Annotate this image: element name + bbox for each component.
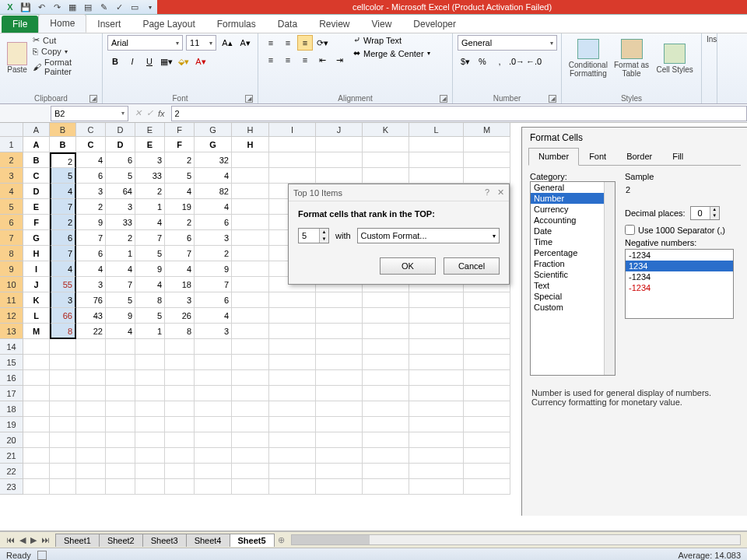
cell[interactable]: 9: [76, 215, 106, 230]
cell[interactable]: 7: [50, 199, 76, 215]
cell[interactable]: [135, 401, 165, 417]
cell[interactable]: [464, 292, 510, 308]
cell[interactable]: [464, 339, 510, 355]
cell[interactable]: [269, 479, 316, 495]
align-top-icon[interactable]: ≡: [263, 35, 279, 51]
cell[interactable]: 7: [106, 277, 135, 292]
row-header[interactable]: 17: [0, 386, 23, 401]
cell[interactable]: 7: [165, 246, 195, 261]
cell[interactable]: [195, 386, 232, 401]
cell[interactable]: [409, 479, 464, 495]
row-header[interactable]: 19: [0, 417, 23, 432]
cell[interactable]: [50, 448, 76, 464]
col-header[interactable]: I: [269, 123, 316, 137]
cell[interactable]: M: [23, 324, 50, 339]
cell[interactable]: [269, 401, 316, 417]
cell[interactable]: [409, 401, 464, 417]
cell[interactable]: [50, 339, 76, 355]
number-format-combo[interactable]: General▾: [458, 35, 557, 51]
cell[interactable]: 2: [165, 215, 195, 230]
cell[interactable]: [409, 432, 464, 448]
row-header[interactable]: 10: [0, 277, 23, 292]
cell[interactable]: [316, 386, 363, 401]
close-icon[interactable]: ✕: [497, 187, 504, 198]
row-header[interactable]: 15: [0, 355, 23, 370]
sep-checkbox[interactable]: [625, 225, 635, 235]
grow-font-icon[interactable]: A▴: [219, 35, 234, 51]
cell[interactable]: [76, 386, 106, 401]
sheet-tab[interactable]: Sheet1: [55, 534, 100, 547]
dialog-launcher-icon[interactable]: ◢: [549, 95, 556, 103]
cell[interactable]: [106, 464, 135, 479]
row-header[interactable]: 6: [0, 215, 23, 230]
next-sheet-icon[interactable]: ▶: [29, 535, 38, 545]
negative-item[interactable]: -1234: [626, 282, 733, 293]
cell[interactable]: D: [106, 137, 135, 152]
cell[interactable]: [316, 401, 363, 417]
spin-up-icon[interactable]: ▲: [710, 207, 719, 213]
copy-button[interactable]: ⎘Copy▾: [33, 47, 97, 56]
cell[interactable]: [195, 479, 232, 495]
cell[interactable]: [464, 355, 510, 370]
sheet-tab[interactable]: Sheet5: [230, 534, 275, 547]
row-header[interactable]: 12: [0, 308, 23, 324]
cell[interactable]: 3: [135, 152, 165, 168]
cell[interactable]: 9: [106, 308, 135, 324]
cell[interactable]: [106, 417, 135, 432]
underline-button[interactable]: U: [142, 54, 157, 69]
ok-button[interactable]: OK: [380, 257, 436, 275]
save-icon[interactable]: 💾: [19, 1, 33, 13]
redo-icon[interactable]: ↷: [50, 1, 64, 13]
cell[interactable]: [165, 432, 195, 448]
cell[interactable]: 1: [135, 324, 165, 339]
cell[interactable]: [269, 308, 316, 324]
horizontal-scrollbar[interactable]: [291, 534, 741, 545]
cell[interactable]: [106, 355, 135, 370]
row-header[interactable]: 13: [0, 324, 23, 339]
align-right-icon[interactable]: ≡: [297, 52, 313, 68]
cell[interactable]: E: [135, 137, 165, 152]
cell[interactable]: [409, 292, 464, 308]
cell[interactable]: [409, 137, 464, 152]
cell-styles-button[interactable]: Cell Styles: [653, 35, 696, 82]
col-header[interactable]: K: [363, 123, 409, 137]
cell[interactable]: [23, 448, 50, 464]
cell[interactable]: [50, 386, 76, 401]
row-header[interactable]: 4: [0, 184, 23, 199]
fx-icon[interactable]: fx: [158, 109, 165, 118]
cell[interactable]: 2: [50, 152, 76, 168]
cell[interactable]: [232, 215, 269, 230]
category-item[interactable]: Custom: [531, 302, 615, 313]
cell[interactable]: [135, 417, 165, 432]
col-header[interactable]: C: [76, 123, 106, 137]
cell[interactable]: 2: [106, 230, 135, 246]
cell[interactable]: 22: [76, 324, 106, 339]
cell[interactable]: [409, 417, 464, 432]
cell[interactable]: I: [23, 261, 50, 277]
row-headers[interactable]: 1234567891011121314151617181920212223: [0, 137, 23, 495]
cell[interactable]: 6: [76, 168, 106, 184]
cell[interactable]: [50, 401, 76, 417]
cell[interactable]: [464, 464, 510, 479]
cell[interactable]: 66: [50, 308, 76, 324]
cell[interactable]: [363, 339, 409, 355]
cell[interactable]: [269, 168, 316, 184]
col-header[interactable]: L: [409, 123, 464, 137]
row-header[interactable]: 3: [0, 168, 23, 184]
cell[interactable]: 32: [195, 152, 232, 168]
row-header[interactable]: 22: [0, 464, 23, 479]
row-header[interactable]: 16: [0, 370, 23, 386]
cell[interactable]: [363, 370, 409, 386]
cell[interactable]: 9: [195, 261, 232, 277]
cell[interactable]: [464, 168, 510, 184]
cell[interactable]: [269, 292, 316, 308]
cell[interactable]: 2: [195, 246, 232, 261]
cell[interactable]: [23, 355, 50, 370]
cell[interactable]: 3: [50, 292, 76, 308]
cell[interactable]: 4: [165, 261, 195, 277]
cell[interactable]: 6: [195, 215, 232, 230]
cell[interactable]: [23, 464, 50, 479]
cut-button[interactable]: ✂Cut: [33, 35, 97, 45]
cell[interactable]: G: [23, 230, 50, 246]
align-middle-icon[interactable]: ≡: [280, 35, 296, 51]
